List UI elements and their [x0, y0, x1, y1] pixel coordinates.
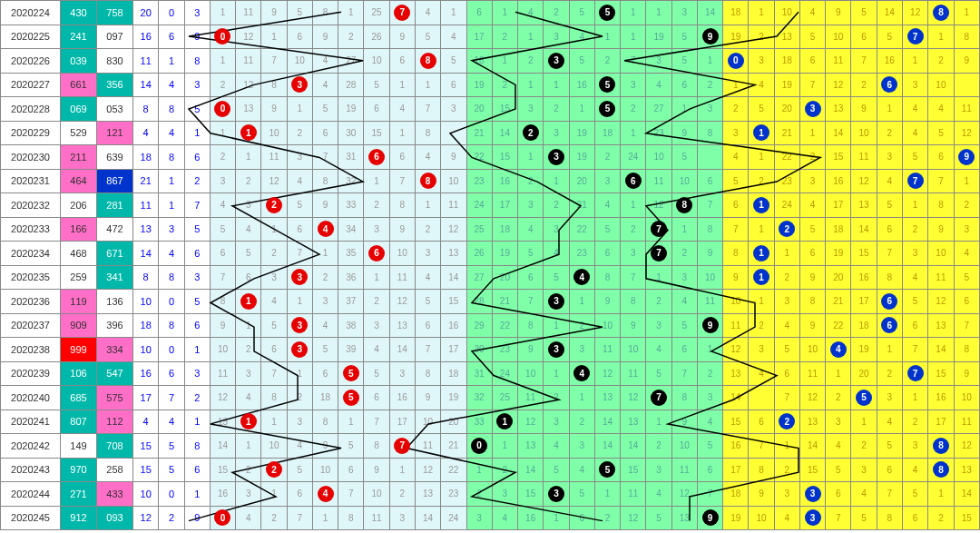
ball-a: 8 [420, 173, 436, 189]
grid-cell: 7 [903, 338, 928, 362]
grid-cell: 6 [466, 1, 492, 25]
grid-cell: 1 [389, 73, 415, 97]
grid-cell: 15 [364, 121, 389, 145]
grid-cell: 5 [415, 290, 440, 314]
grid-cell: 5 [774, 338, 799, 362]
ball-c: 2 [779, 413, 795, 429]
grid-cell: 9 [261, 1, 287, 25]
grid-cell: 2 [518, 121, 544, 145]
grid-cell: 3 [799, 506, 825, 530]
grid-cell: 3 [621, 242, 646, 266]
grid-cell: 10 [799, 338, 825, 362]
grid-cell: 4 [749, 361, 774, 386]
grid-cell: 6 [723, 193, 749, 218]
grid-cell: 1 [210, 121, 235, 145]
cell: 7 [184, 193, 210, 218]
grid-cell: 15 [799, 458, 825, 482]
grid-cell: 4 [518, 1, 544, 25]
grid-cell: 2 [389, 482, 415, 507]
grid-cell: 1 [312, 506, 338, 530]
grid-cell: 12 [441, 217, 466, 242]
grid-cell: 1 [749, 265, 774, 290]
grid-cell: 9 [671, 410, 697, 434]
grid-cell: 7 [287, 242, 312, 266]
grid-cell: 1 [646, 265, 671, 290]
cell: 2020243 [1, 458, 61, 482]
cell: 093 [97, 506, 133, 530]
grid-cell: 6 [671, 73, 697, 97]
grid-cell: 19 [466, 73, 492, 97]
grid-cell: 2 [723, 97, 749, 122]
grid-cell: 5 [518, 242, 544, 266]
grid-cell: 16 [569, 73, 594, 97]
grid-cell: 7 [518, 290, 544, 314]
grid-cell: 8 [928, 434, 954, 459]
grid-cell: 3 [287, 73, 312, 97]
grid-cell: 7 [312, 145, 338, 170]
grid-cell: 3 [518, 97, 544, 122]
grid-cell: 2 [492, 25, 517, 49]
grid-cell: 13 [774, 25, 799, 49]
grid-cell: 1 [749, 1, 774, 25]
ball-a: 6 [368, 245, 385, 262]
ball-b: 3 [548, 149, 564, 165]
grid-cell: 1 [544, 506, 569, 530]
grid-cell: 4 [236, 506, 261, 530]
grid-cell: 1 [903, 386, 928, 410]
grid-cell: 7 [774, 386, 799, 410]
cell: 18 [133, 145, 159, 170]
grid-cell: 4 [877, 410, 902, 434]
cell: 639 [97, 145, 133, 170]
grid-cell: 6 [518, 265, 544, 290]
grid-cell: 3 [518, 193, 544, 218]
grid-cell: 1 [544, 313, 569, 338]
grid-cell: 2 [799, 145, 825, 170]
cell: 6 [159, 25, 184, 49]
grid-cell: 17 [441, 338, 466, 362]
ball-c: 0 [728, 53, 744, 69]
grid-cell: 2 [621, 217, 646, 242]
grid-cell: 2 [236, 338, 261, 362]
grid-cell: 6 [312, 121, 338, 145]
grid-cell: 14 [697, 1, 722, 25]
grid-cell: 13 [671, 506, 697, 530]
grid-cell: 11 [236, 49, 261, 74]
cell: 3 [184, 73, 210, 97]
grid-cell: 9 [261, 97, 287, 122]
grid-cell: 1 [851, 410, 877, 434]
ball-a: 3 [291, 76, 308, 93]
grid-cell: 7 [723, 217, 749, 242]
cell: 2020230 [1, 145, 61, 170]
grid-cell: 2 [594, 506, 620, 530]
cell: 097 [97, 25, 133, 49]
grid-cell: 1 [389, 458, 415, 482]
table-row: 2020227661356144321283428511619211165346… [1, 73, 980, 97]
grid-cell: 7 [389, 1, 415, 25]
cell: 661 [60, 73, 96, 97]
grid-cell: 13 [210, 410, 235, 434]
cell: 8 [133, 265, 159, 290]
grid-cell: 7 [671, 361, 697, 386]
grid-cell: 2 [261, 242, 287, 266]
grid-cell: 11 [954, 410, 979, 434]
grid-cell: 6 [389, 49, 415, 74]
table-row: 2020234468671144665271356103132619542363… [1, 242, 980, 266]
grid-cell: 1 [287, 97, 312, 122]
grid-cell: 5 [569, 49, 594, 74]
grid-cell: 1 [389, 121, 415, 145]
grid-cell: 13 [954, 458, 979, 482]
grid-cell: 18 [826, 217, 851, 242]
grid-cell: 31 [338, 145, 364, 170]
cell: 3 [184, 361, 210, 386]
lottery-trend-table: 2020224430758200311195812574161425511314… [0, 0, 980, 530]
grid-cell: 2 [287, 121, 312, 145]
grid-cell: 3 [671, 265, 697, 290]
grid-cell: 10 [851, 121, 877, 145]
cell: 2020237 [1, 313, 61, 338]
grid-cell: 1 [492, 1, 517, 25]
grid-cell: 11 [954, 97, 979, 122]
grid-cell: 7 [954, 313, 979, 338]
grid-cell: 9 [723, 265, 749, 290]
grid-cell: 2 [210, 145, 235, 170]
grid-cell: 7 [415, 97, 440, 122]
